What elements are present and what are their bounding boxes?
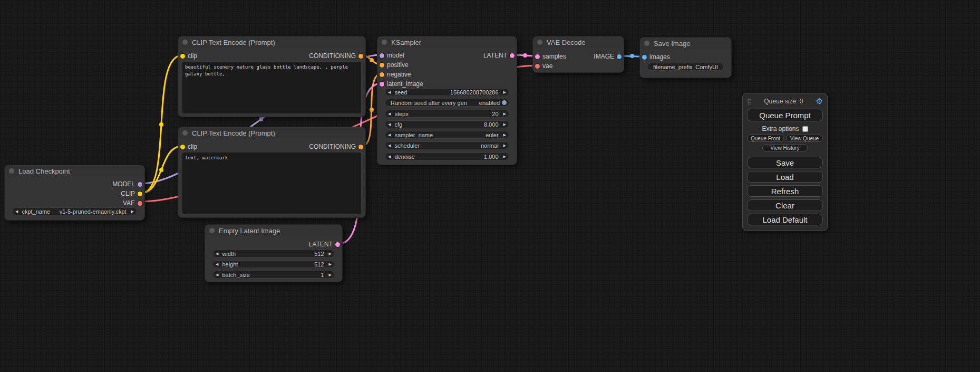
slot-dot-clip[interactable] <box>138 192 142 196</box>
widget-value[interactable]: 512 <box>238 261 324 268</box>
settings-gear-icon[interactable]: ⚙ <box>816 97 823 106</box>
node-graph-canvas[interactable]: Load Checkpoint MODEL CLIP VAE ◀ ckpt_na… <box>0 0 980 372</box>
node-title-bar[interactable]: Save Image <box>640 37 731 49</box>
widget-value[interactable]: euler <box>433 132 498 138</box>
widget-value[interactable]: 1 <box>250 272 324 278</box>
node-title-bar[interactable]: CLIP Text Encode (Prompt) <box>178 127 365 139</box>
widget-value[interactable]: 1.000 <box>415 154 499 160</box>
slot-dot-latent-output[interactable] <box>510 53 515 58</box>
slot-dot-vae[interactable] <box>138 201 142 206</box>
view-queue-button[interactable]: View Queue <box>786 135 823 142</box>
positive-prompt-textarea[interactable]: beautiful scenery nature glass bottle la… <box>182 62 361 113</box>
load-button[interactable]: Load <box>747 171 823 183</box>
increment-arrow-icon[interactable]: ▶ <box>326 271 334 278</box>
slot-dot-conditioning-output[interactable] <box>358 145 363 149</box>
node-clip-text-encode-negative[interactable]: CLIP Text Encode (Prompt) clip CONDITION… <box>178 127 366 218</box>
queue-menu-panel: ⣿ Queue size: 0 ⚙ Queue Prompt Extra opt… <box>742 93 828 231</box>
collapse-dot-icon[interactable] <box>9 168 14 174</box>
slot-label-latent: LATENT <box>483 51 507 60</box>
clear-button[interactable]: Clear <box>747 199 823 211</box>
decrement-arrow-icon[interactable]: ◀ <box>385 110 393 117</box>
node-ksampler[interactable]: KSampler model LATENT positive negative … <box>377 36 517 165</box>
decrement-arrow-icon[interactable]: ◀ <box>385 142 393 149</box>
slot-dot-latent-output[interactable] <box>335 242 340 247</box>
increment-arrow-icon[interactable]: ▶ <box>501 153 509 160</box>
queue-front-button[interactable]: Queue Front <box>747 135 784 142</box>
widget-value[interactable]: normal <box>420 142 499 149</box>
node-empty-latent-image[interactable]: Empty Latent Image LATENT ◀ width 512 ▶ … <box>205 224 343 282</box>
extra-options-checkbox[interactable] <box>802 126 808 132</box>
widget-batch-size[interactable]: ◀ batch_size 1 ▶ <box>212 271 335 279</box>
decrement-arrow-icon[interactable]: ◀ <box>213 261 221 268</box>
drag-handle-icon[interactable]: ⣿ <box>747 98 751 105</box>
increment-arrow-icon[interactable]: ▶ <box>501 89 509 96</box>
queue-prompt-button[interactable]: Queue Prompt <box>747 109 823 121</box>
node-title-bar[interactable]: KSampler <box>377 36 517 48</box>
slot-dot-conditioning-output[interactable] <box>358 54 363 59</box>
slot-dot-clip-input[interactable] <box>180 54 185 59</box>
collapse-dot-icon[interactable] <box>182 40 188 45</box>
increment-arrow-icon[interactable]: ▶ <box>129 208 137 215</box>
slot-dot-positive-input[interactable] <box>380 63 384 68</box>
collapse-dot-icon[interactable] <box>382 40 387 45</box>
increment-arrow-icon[interactable]: ▶ <box>326 261 334 268</box>
slot-dot-samples-input[interactable] <box>535 54 540 59</box>
widget-steps[interactable]: ◀ steps 20 ▶ <box>385 110 509 118</box>
widget-filename-prefix[interactable]: filename_prefix ComfyUI <box>647 63 724 71</box>
widget-value[interactable]: v1-5-pruned-emaonly.ckpt <box>50 208 126 215</box>
widget-cfg[interactable]: ◀ cfg 8.000 ▶ <box>385 120 509 128</box>
widget-value[interactable]: 8.000 <box>402 121 499 128</box>
increment-arrow-icon[interactable]: ▶ <box>501 110 509 117</box>
widget-denoise[interactable]: ◀ denoise 1.000 ▶ <box>385 152 509 160</box>
increment-arrow-icon[interactable]: ▶ <box>501 142 509 149</box>
collapse-dot-icon[interactable] <box>182 130 188 136</box>
increment-arrow-icon[interactable]: ▶ <box>501 131 509 138</box>
decrement-arrow-icon[interactable]: ◀ <box>385 153 393 160</box>
widget-random-seed-toggle[interactable]: Random seed after every gen enabled <box>385 99 509 107</box>
toggle-knob-icon[interactable] <box>502 100 507 105</box>
widget-value[interactable]: 512 <box>236 251 324 257</box>
slot-dot-model-input[interactable] <box>380 53 384 58</box>
node-title-bar[interactable]: Load Checkpoint <box>5 165 144 177</box>
widget-sampler-name[interactable]: ◀ sampler_name euler ▶ <box>385 131 509 139</box>
node-load-checkpoint[interactable]: Load Checkpoint MODEL CLIP VAE ◀ ckpt_na… <box>4 165 145 221</box>
slot-dot-clip-input[interactable] <box>180 145 185 149</box>
widget-value[interactable]: enabled <box>467 100 500 106</box>
node-title-bar[interactable]: CLIP Text Encode (Prompt) <box>178 36 365 48</box>
collapse-dot-icon[interactable] <box>644 41 649 46</box>
node-title-bar[interactable]: Empty Latent Image <box>205 225 342 236</box>
decrement-arrow-icon[interactable]: ◀ <box>213 250 221 257</box>
decrement-arrow-icon[interactable]: ◀ <box>213 271 221 278</box>
widget-width[interactable]: ◀ width 512 ▶ <box>212 250 335 257</box>
slot-dot-model[interactable] <box>138 182 142 187</box>
collapse-dot-icon[interactable] <box>537 40 542 45</box>
widget-ckpt-name[interactable]: ◀ ckpt_name v1-5-pruned-emaonly.ckpt ▶ <box>12 207 137 215</box>
increment-arrow-icon[interactable]: ▶ <box>501 121 509 128</box>
slot-dot-latent-image-input[interactable] <box>380 82 384 87</box>
view-history-button[interactable]: View History <box>762 144 808 151</box>
decrement-arrow-icon[interactable]: ◀ <box>385 121 393 128</box>
decrement-arrow-icon[interactable]: ◀ <box>385 89 393 96</box>
negative-prompt-textarea[interactable]: text, watermark <box>182 152 361 214</box>
node-save-image[interactable]: Save Image images filename_prefix ComfyU… <box>639 37 732 78</box>
decrement-arrow-icon[interactable]: ◀ <box>13 208 21 215</box>
slot-dot-negative-input[interactable] <box>380 72 384 77</box>
slot-dot-vae-input[interactable] <box>535 64 540 69</box>
widget-height[interactable]: ◀ height 512 ▶ <box>212 260 335 268</box>
refresh-button[interactable]: Refresh <box>747 185 823 197</box>
load-default-button[interactable]: Load Default <box>747 214 823 225</box>
widget-value[interactable]: ComfyUI <box>693 64 718 70</box>
increment-arrow-icon[interactable]: ▶ <box>326 250 334 257</box>
slot-dot-images-input[interactable] <box>642 55 647 60</box>
node-vae-decode[interactable]: VAE Decode samples IMAGE vae <box>532 36 624 73</box>
node-title-bar[interactable]: VAE Decode <box>533 36 624 48</box>
widget-seed[interactable]: ◀ seed 156680208700286 ▶ <box>385 88 509 96</box>
collapse-dot-icon[interactable] <box>209 228 215 233</box>
slot-dot-image-output[interactable] <box>617 54 622 59</box>
decrement-arrow-icon[interactable]: ◀ <box>385 131 393 138</box>
widget-value[interactable]: 20 <box>409 111 499 117</box>
save-button[interactable]: Save <box>747 157 823 168</box>
widget-value[interactable]: 156680208700286 <box>407 89 498 96</box>
widget-scheduler[interactable]: ◀ scheduler normal ▶ <box>385 141 509 149</box>
node-clip-text-encode-positive[interactable]: CLIP Text Encode (Prompt) clip CONDITION… <box>178 36 366 117</box>
